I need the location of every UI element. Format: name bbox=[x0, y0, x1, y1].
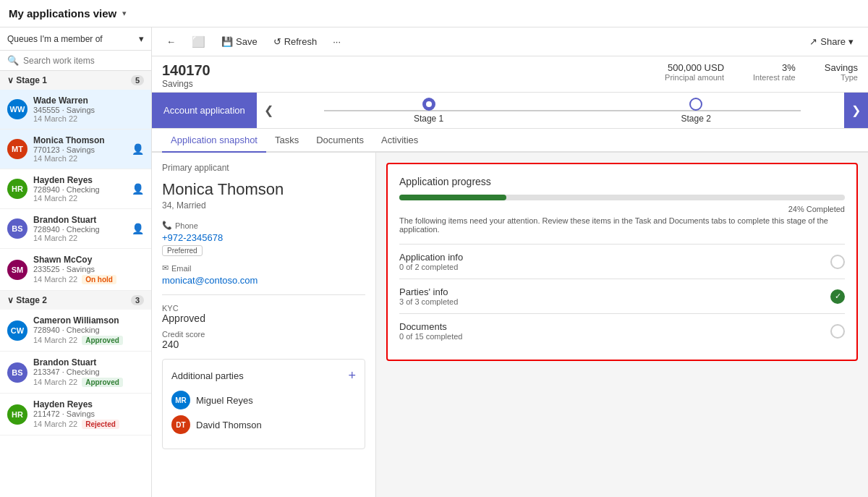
stage-bar: Account application ❮ Stage 1 Stage 2 bbox=[152, 93, 868, 129]
check-circle bbox=[830, 255, 845, 269]
phone-value[interactable]: +972-2345678 bbox=[162, 232, 365, 243]
progress-bar-fill bbox=[399, 195, 506, 200]
item-name: Cameron Williamson bbox=[33, 315, 144, 326]
item-date: 14 March 22 bbox=[33, 378, 77, 386]
progress-item-application-info: Application info 0 of 2 completed bbox=[399, 244, 845, 279]
app-title: My applications view bbox=[9, 7, 116, 20]
add-party-button[interactable]: + bbox=[348, 368, 356, 383]
list-item[interactable]: SM Shawn McCoy 233525 · Savings 14 March… bbox=[0, 249, 151, 291]
search-input[interactable] bbox=[23, 56, 144, 66]
stage-1-count: 5 bbox=[131, 75, 144, 85]
check-circle-done bbox=[830, 289, 845, 304]
stage-progress: Stage 1 Stage 2 bbox=[281, 98, 844, 124]
tab-application-snapshot[interactable]: Application snapshot bbox=[162, 129, 266, 153]
status-badge: Rejected bbox=[82, 420, 119, 429]
stage-back-button[interactable]: ❮ bbox=[257, 93, 281, 128]
progress-item-documents: Documents 0 of 15 completed bbox=[399, 313, 845, 348]
progress-card: Application progress 24% Completed The f… bbox=[386, 163, 858, 361]
record-header: 140170 Savings 500,000 USD Principal amo… bbox=[152, 56, 868, 93]
avatar: WW bbox=[7, 99, 27, 119]
kyc-value: Approved bbox=[162, 313, 365, 324]
stage-1-chevron-icon: ∨ bbox=[7, 75, 16, 85]
assign-icon: 👤 bbox=[132, 143, 144, 155]
share-button[interactable]: ↗ Share ▾ bbox=[805, 34, 858, 49]
credit-value: 240 bbox=[162, 339, 365, 350]
progress-item-sub: 3 of 3 completed bbox=[399, 297, 458, 306]
account-application-tab[interactable]: Account application bbox=[152, 93, 257, 128]
email-label: ✉ Email bbox=[162, 263, 365, 273]
avatar: HR bbox=[7, 179, 27, 199]
tab-tasks[interactable]: Tasks bbox=[266, 129, 307, 153]
stage-2-chevron-icon: ∨ bbox=[7, 295, 16, 305]
status-badge: Approved bbox=[82, 336, 123, 345]
tab-content: Primary applicant Monica Thomson 34, Mar… bbox=[152, 153, 868, 497]
principal-amount-field: 500,000 USD Principal amount bbox=[665, 62, 724, 82]
interest-rate-label: Interest rate bbox=[753, 73, 796, 82]
more-button[interactable]: ··· bbox=[328, 34, 345, 49]
status-badge: On hold bbox=[82, 275, 116, 284]
queue-selector[interactable]: Queues I'm a member of ▾ bbox=[0, 27, 151, 51]
list-item[interactable]: HR Hayden Reyes 728940 · Checking 14 Mar… bbox=[0, 169, 151, 209]
avatar: CW bbox=[7, 320, 27, 341]
tab-bar: Application snapshot Tasks Documents Act… bbox=[152, 129, 868, 153]
applicant-name: Monica Thomson bbox=[162, 180, 365, 199]
email-value[interactable]: monicat@contoso.com bbox=[162, 275, 365, 286]
additional-parties-title: Additional parties bbox=[171, 370, 244, 381]
savings-type-value: Savings bbox=[825, 62, 858, 73]
primary-applicant-label: Primary applicant bbox=[162, 163, 365, 173]
item-sub: 728940 · Checking bbox=[33, 326, 144, 334]
refresh-button[interactable]: ↺ Refresh bbox=[269, 34, 322, 49]
item-name: Shawn McCoy bbox=[33, 255, 144, 265]
tab-activities[interactable]: Activities bbox=[373, 129, 427, 153]
item-sub: 728940 · Checking bbox=[33, 185, 126, 194]
search-icon: 🔍 bbox=[7, 55, 19, 66]
main-layout: Queues I'm a member of ▾ 🔍 ∨ Stage 1 5 W… bbox=[0, 27, 868, 497]
stage-back-icon: ❮ bbox=[264, 103, 273, 117]
stage-forward-button[interactable]: ❯ bbox=[844, 93, 868, 128]
stage-forward-icon: ❯ bbox=[851, 103, 861, 117]
toolbar: ← ⬜ 💾 Save ↺ Refresh ··· ↗ Share ▾ bbox=[152, 27, 868, 56]
status-badge: Approved bbox=[82, 378, 123, 387]
list-item[interactable]: WW Wade Warren 345555 · Savings 14 March… bbox=[0, 90, 151, 129]
interest-rate-field: 3% Interest rate bbox=[753, 62, 796, 82]
progress-item-sub: 0 of 15 completed bbox=[399, 332, 462, 341]
phone-label: 📞 Phone bbox=[162, 221, 365, 230]
right-panel: Application progress 24% Completed The f… bbox=[376, 153, 868, 497]
tab-documents[interactable]: Documents bbox=[307, 129, 373, 153]
avatar: SM bbox=[7, 260, 27, 280]
progress-item-parties-info: Parties' info 3 of 3 completed bbox=[399, 279, 845, 313]
list-item[interactable]: MT Monica Thomson 770123 · Savings 14 Ma… bbox=[0, 129, 151, 169]
list-item[interactable]: CW Cameron Williamson 728940 · Checking … bbox=[0, 310, 151, 352]
party-item: MR Miguel Reyes bbox=[171, 391, 356, 409]
item-date: 14 March 22 bbox=[33, 275, 77, 284]
kyc-label: KYC bbox=[162, 304, 365, 313]
phone-icon: 📞 bbox=[162, 221, 172, 230]
item-name: Brandon Stuart bbox=[33, 215, 126, 225]
stage-1-dot bbox=[422, 98, 435, 111]
stage-1-point-label: Stage 1 bbox=[414, 114, 443, 124]
progress-item-sub: 0 of 2 completed bbox=[399, 263, 463, 271]
avatar: HR bbox=[7, 404, 27, 425]
item-date: 14 March 22 bbox=[33, 114, 144, 123]
preferred-badge: Preferred bbox=[162, 245, 203, 256]
credit-label: Credit score bbox=[162, 330, 365, 339]
item-date: 14 March 22 bbox=[33, 194, 126, 203]
party-name: Miguel Reyes bbox=[196, 395, 253, 406]
stage-2-label: Stage 2 bbox=[16, 295, 47, 305]
list-item[interactable]: BS Brandon Stuart 213347 · Checking 14 M… bbox=[0, 352, 151, 394]
back-button[interactable]: ← bbox=[162, 34, 180, 49]
item-sub: 211472 · Savings bbox=[33, 409, 144, 418]
party-name: David Thomson bbox=[196, 420, 262, 430]
list-item[interactable]: BS Brandon Stuart 728940 · Checking 14 M… bbox=[0, 209, 151, 249]
content-area: ← ⬜ 💾 Save ↺ Refresh ··· ↗ Share ▾ bbox=[152, 27, 868, 497]
save-button[interactable]: 💾 Save bbox=[217, 34, 262, 49]
stage-2-dot bbox=[689, 98, 702, 111]
item-sub: 728940 · Checking bbox=[33, 225, 126, 234]
save-icon: 💾 bbox=[221, 36, 233, 47]
share-icon: ↗ bbox=[809, 36, 817, 47]
forward-button[interactable]: ⬜ bbox=[187, 33, 210, 51]
top-header: My applications view ▾ bbox=[0, 0, 868, 27]
list-item[interactable]: HR Hayden Reyes 211472 · Savings 14 Marc… bbox=[0, 394, 151, 436]
title-chevron-icon[interactable]: ▾ bbox=[122, 9, 127, 18]
stage-2-point: Stage 2 bbox=[681, 98, 711, 124]
